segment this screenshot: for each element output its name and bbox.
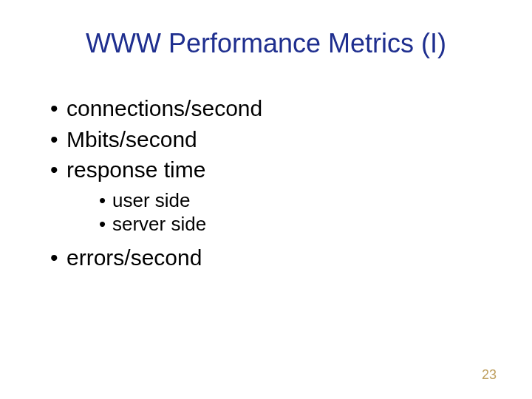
bullet-response-time: response time [44, 156, 488, 184]
sub-bullet-user-side: user side [96, 188, 488, 213]
bullet-errors-per-second: errors/second [44, 244, 488, 272]
slide-body: connections/second Mbits/second response… [44, 95, 488, 274]
sub-bullet-server-side: server side [96, 212, 488, 236]
slide-title: WWW Performance Metrics (I) [0, 28, 532, 59]
bullet-connections-per-second: connections/second [44, 95, 488, 123]
bullet-mbits-per-second: Mbits/second [44, 126, 488, 154]
slide: WWW Performance Metrics (I) connections/… [0, 0, 532, 399]
page-number: 23 [482, 367, 497, 383]
sub-bullets-response-time: user side server side [96, 188, 488, 236]
